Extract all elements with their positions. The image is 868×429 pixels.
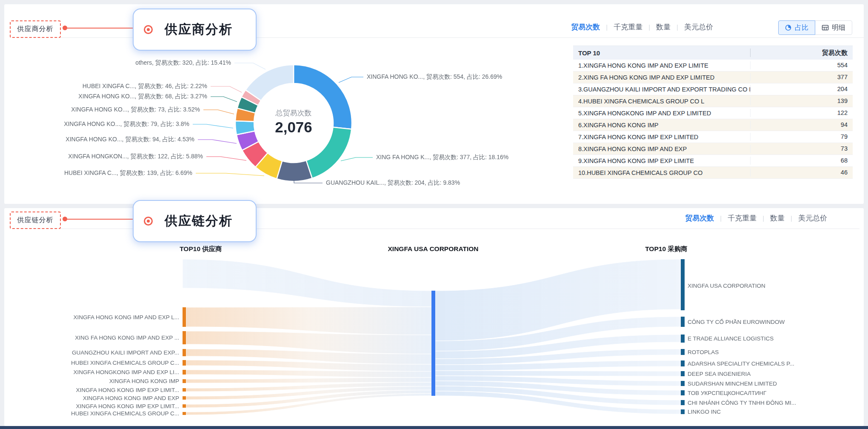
table-row[interactable]: 10.HUBEI XINGFA CHEMICALS GROUP CO46 <box>573 167 853 179</box>
table-header-metric: 贸易次数 <box>750 49 853 57</box>
trade-count-cell: 554 <box>750 61 853 69</box>
metric-tab-2[interactable]: 数量 <box>650 22 677 32</box>
detail-view-label: 明细 <box>832 23 845 32</box>
sankey-supplier-node[interactable] <box>183 370 186 375</box>
trade-count-cell: 377 <box>750 73 853 81</box>
company-name-cell: 9.XINGFA HONG KONG IMP EXP LIMITE <box>573 157 750 164</box>
metric-tab-2[interactable]: 数量 <box>764 213 791 223</box>
metric-tab-1[interactable]: 千克重量 <box>722 213 762 223</box>
metric-tab-3[interactable]: 美元总价 <box>678 22 719 32</box>
sankey-supplier-node[interactable] <box>183 404 186 408</box>
target-icon-dot <box>147 28 150 31</box>
metric-tab-1[interactable]: 千克重量 <box>608 22 648 32</box>
sankey-supplier-node[interactable] <box>183 349 186 356</box>
sankey-supplier-node[interactable] <box>183 388 186 392</box>
sankey-center-node[interactable] <box>431 291 435 396</box>
trade-count-cell: 46 <box>750 169 853 177</box>
table-row[interactable]: 1.XINGFA HONG KONG IMP AND EXP LIMITE554 <box>573 60 853 72</box>
trade-count-cell: 122 <box>750 109 853 117</box>
trade-count-cell: 79 <box>750 133 853 141</box>
chain-connector-dot <box>63 217 67 221</box>
table-body: 1.XINGFA HONG KONG IMP AND EXP LIMITE554… <box>573 60 853 179</box>
trade-count-cell: 73 <box>750 145 853 153</box>
sankey-supplier-node[interactable] <box>183 412 186 415</box>
table-row[interactable]: 8.XINGFA HONG KONG IMP AND EXP73 <box>573 143 853 155</box>
sankey-supplier-node[interactable] <box>183 307 186 327</box>
sankey-buyer-node[interactable] <box>681 381 685 386</box>
supplier-section-title: 供应商分析 <box>153 21 256 38</box>
trade-analysis-dashboard: 供应商分析 供应商分析 贸易次数|千克重量|数量|美元总价 占比 明细 TOP … <box>0 0 868 429</box>
trade-count-cell: 68 <box>750 157 853 165</box>
table-row[interactable]: 7.XINGFA HONG KONG IMP EXP LIMITED79 <box>573 131 853 143</box>
sankey-supplier-node[interactable] <box>183 360 186 366</box>
table-row[interactable]: 4.HUBEI XINGFA CHEMICALS GROUP CO L139 <box>573 95 853 107</box>
sankey-buyer-node[interactable] <box>681 409 685 414</box>
table-row[interactable]: 2.XING FA HONG KONG IMP AND EXP LIMITED3… <box>573 72 853 83</box>
company-name-cell: 7.XINGFA HONG KONG IMP EXP LIMITED <box>573 134 750 140</box>
top10-table: TOP 10 贸易次数 1.XINGFA HONG KONG IMP AND E… <box>573 46 853 179</box>
sankey-buyer-node[interactable] <box>681 371 685 376</box>
table-row[interactable]: 5.XINGFA HONGKONG IMP AND EXP LIMITED122 <box>573 107 853 119</box>
sankey-buyer-node[interactable] <box>681 349 685 355</box>
table-row[interactable]: 3.GUANGZHOU KAILI IMPORT AND EXPORT TRAD… <box>573 83 853 95</box>
chain-section-tag: 供应链分析 <box>10 212 61 229</box>
pie-chart-icon <box>785 24 792 31</box>
metric-tab-0[interactable]: 贸易次数 <box>565 22 606 32</box>
company-name-cell: 4.HUBEI XINGFA CHEMICALS GROUP CO L <box>573 98 750 105</box>
chain-section-callout: 供应链分析 <box>133 200 257 242</box>
bottom-bar <box>0 426 868 429</box>
share-view-label: 占比 <box>795 23 808 32</box>
metric-tab-3[interactable]: 美元总价 <box>792 213 833 223</box>
company-name-cell: 2.XING FA HONG KONG IMP AND EXP LIMITED <box>573 74 750 81</box>
supplier-connector-dot <box>63 26 67 30</box>
company-name-cell: 10.HUBEI XINGFA CHEMICALS GROUP CO <box>573 169 750 176</box>
chain-metric-tabs: 贸易次数|千克重量|数量|美元总价 <box>679 213 833 223</box>
sankey-supplier-node[interactable] <box>183 396 186 400</box>
supplier-metric-tabs: 贸易次数|千克重量|数量|美元总价 <box>565 22 719 32</box>
sankey-buyer-node[interactable] <box>681 259 685 310</box>
target-icon-dot <box>147 220 150 223</box>
share-view-button[interactable]: 占比 <box>778 20 815 35</box>
donut-slice[interactable] <box>277 160 312 181</box>
table-row[interactable]: 9.XINGFA HONG KONG IMP EXP LIMITE68 <box>573 155 853 167</box>
table-icon <box>822 24 829 31</box>
sankey-supplier-node[interactable] <box>183 379 186 383</box>
table-header-top10: TOP 10 <box>573 49 750 57</box>
company-name-cell: 6.XINGFA HONG KONG IMP <box>573 122 750 129</box>
sankey-buyer-node[interactable] <box>681 317 685 327</box>
sankey-buyer-node[interactable] <box>681 390 685 395</box>
company-name-cell: 5.XINGFA HONGKONG IMP AND EXP LIMITED <box>573 110 750 117</box>
sankey-buyer-node[interactable] <box>681 335 685 343</box>
supplier-section-callout: 供应商分析 <box>133 9 257 51</box>
sankey-buyer-node[interactable] <box>681 360 685 366</box>
company-name-cell: 1.XINGFA HONG KONG IMP AND EXP LIMITE <box>573 62 750 69</box>
target-icon <box>144 25 153 34</box>
table-header-row: TOP 10 贸易次数 <box>573 46 853 60</box>
sankey-supplier-node[interactable] <box>183 331 186 344</box>
company-name-cell: 3.GUANGZHOU KAILI IMPORT AND EXPORT TRAD… <box>573 86 750 93</box>
detail-view-button[interactable]: 明细 <box>815 20 852 35</box>
trade-count-cell: 204 <box>750 85 853 93</box>
sankey-buyer-node[interactable] <box>681 400 685 405</box>
supplier-section-tag: 供应商分析 <box>10 20 61 38</box>
trade-count-cell: 94 <box>750 121 853 129</box>
company-name-cell: 8.XINGFA HONG KONG IMP AND EXP <box>573 146 750 152</box>
metric-tab-0[interactable]: 贸易次数 <box>679 213 720 223</box>
trade-count-cell: 139 <box>750 97 853 105</box>
chain-section-title: 供应链分析 <box>153 212 256 230</box>
target-icon <box>144 217 153 226</box>
table-row[interactable]: 6.XINGFA HONG KONG IMP94 <box>573 119 853 131</box>
view-toggle-group: 占比 明细 <box>778 20 852 35</box>
